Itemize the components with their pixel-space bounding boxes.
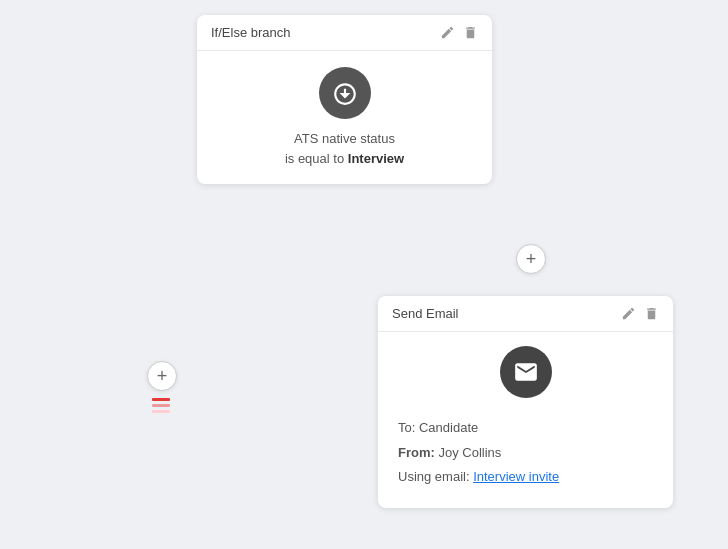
email-info: To: Candidate From: Joy Collins Using em…	[378, 408, 673, 490]
send-email-card-header: Send Email	[378, 296, 673, 332]
line-3	[152, 410, 170, 413]
ifelse-card: If/Else branch ATS native status is equa…	[197, 15, 492, 184]
ifelse-card-actions	[440, 25, 478, 40]
send-email-icon-circle	[500, 346, 552, 398]
ifelse-desc-line2: is equal to Interview	[285, 149, 404, 169]
interview-invite-link[interactable]: Interview invite	[473, 469, 559, 484]
line-1	[152, 398, 170, 401]
email-icon	[513, 359, 539, 385]
email-from-row: From: Joy Collins	[398, 441, 653, 466]
send-email-delete-icon[interactable]	[644, 306, 659, 321]
branch-icon	[332, 80, 358, 106]
line-2	[152, 404, 170, 407]
ifelse-description: ATS native status is equal to Interview	[285, 129, 404, 168]
email-using-row: Using email: Interview invite	[398, 465, 653, 490]
ifelse-card-body: ATS native status is equal to Interview	[197, 51, 492, 184]
email-to-row: To: Candidate	[398, 416, 653, 441]
ifelse-card-title: If/Else branch	[211, 25, 291, 40]
ifelse-icon-circle	[319, 67, 371, 119]
add-step-left-button[interactable]: +	[147, 361, 177, 391]
add-trigger-left	[152, 398, 170, 413]
add-step-yes-button[interactable]: +	[516, 244, 546, 274]
workflow-canvas: If/Else branch ATS native status is equa…	[0, 0, 728, 549]
ifelse-delete-icon[interactable]	[463, 25, 478, 40]
send-email-edit-icon[interactable]	[621, 306, 636, 321]
send-email-card-actions	[621, 306, 659, 321]
ifelse-desc-line1: ATS native status	[285, 129, 404, 149]
ifelse-edit-icon[interactable]	[440, 25, 455, 40]
send-email-card-title: Send Email	[392, 306, 458, 321]
lines-icon	[152, 398, 170, 413]
ifelse-card-header: If/Else branch	[197, 15, 492, 51]
send-email-card: Send Email To: Candidate From:	[378, 296, 673, 508]
